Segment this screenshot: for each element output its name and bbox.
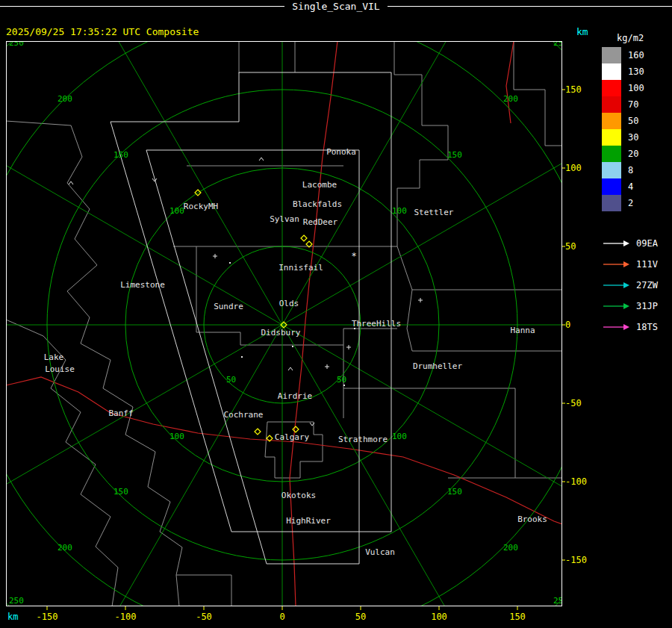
svg-text:100: 100: [392, 206, 407, 216]
city-label: Okotoks: [281, 491, 316, 500]
city-label: Brooks: [517, 514, 547, 524]
range-rings: [0, 0, 672, 628]
city-label: Airdrie: [278, 391, 312, 401]
radar-site-diamonds: [195, 190, 312, 441]
city-label: Lake: [44, 352, 64, 362]
city-label: Calgary: [275, 432, 310, 442]
svg-text:250: 250: [9, 596, 24, 606]
svg-text:200: 200: [503, 94, 518, 104]
svg-text:50: 50: [226, 375, 236, 385]
city-label: Stettler: [414, 208, 454, 217]
svg-text:200: 200: [503, 543, 518, 553]
city-label: Strathmore: [338, 435, 388, 444]
svg-text:100: 100: [392, 432, 407, 441]
city-label: Ponoka: [326, 147, 356, 157]
city-label: Cochrane: [224, 410, 264, 420]
town-marks: *: [69, 158, 423, 426]
city-label: Lacombe: [302, 180, 337, 190]
city-label: Banff: [108, 408, 133, 418]
svg-text:50: 50: [337, 375, 346, 385]
city-label: Blackfalds: [293, 199, 342, 209]
svg-text:100: 100: [169, 432, 184, 441]
city-label: Vulcan: [365, 547, 395, 557]
city-label: RockyMH: [184, 202, 218, 211]
city-label: Drumheller: [413, 361, 463, 371]
svg-text:150: 150: [447, 487, 462, 497]
city-label: RedDeer: [303, 217, 338, 227]
city-label: Didsbury: [261, 328, 301, 338]
azimuth-radials: [0, 0, 672, 628]
city-label: HighRiver: [286, 516, 331, 526]
svg-text:250: 250: [9, 38, 24, 48]
city-label: Limestone: [120, 280, 165, 290]
svg-text:150: 150: [447, 150, 462, 160]
city-label: Olds: [279, 299, 299, 308]
svg-text:150: 150: [113, 150, 128, 160]
city-label: Innisfail: [279, 263, 323, 273]
svg-text:*: *: [351, 251, 356, 261]
svg-text:250: 250: [553, 596, 568, 606]
svg-text:150: 150: [113, 487, 128, 497]
city-label: Sundre: [214, 302, 243, 311]
map-content: 1001502002501001502002505010015020025050…: [0, 0, 672, 628]
radar-map: 1001502002501001502002505010015020025050…: [0, 0, 672, 628]
city-label: ThreeHills: [352, 319, 401, 329]
svg-text:100: 100: [169, 206, 184, 216]
svg-text:250: 250: [553, 38, 568, 48]
city-label: Hanna: [510, 326, 535, 335]
city-label: Sylvan: [270, 214, 299, 224]
svg-text:200: 200: [57, 543, 72, 553]
city-label: Louise: [45, 364, 75, 374]
svg-text:200: 200: [57, 94, 72, 104]
